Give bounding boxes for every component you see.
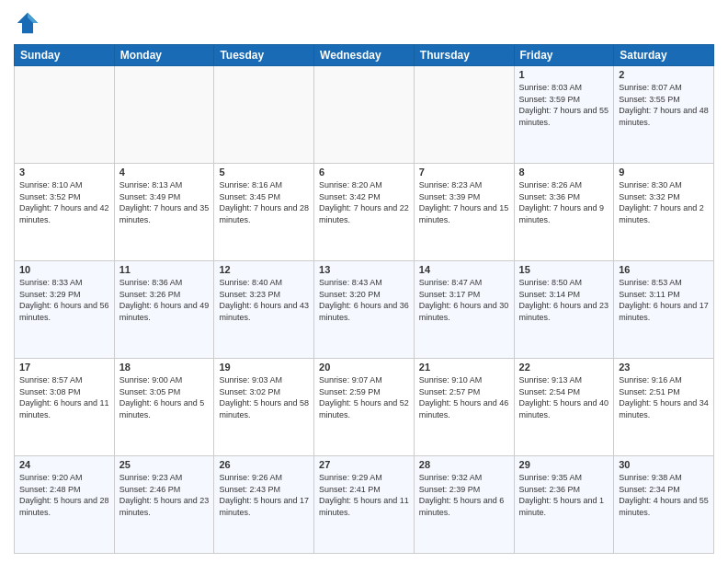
calendar-cell-22: 22Sunrise: 9:13 AMSunset: 2:54 PMDayligh… [514,359,614,456]
calendar-cell-11: 11Sunrise: 8:36 AMSunset: 3:26 PMDayligh… [114,261,214,359]
day-info: Sunrise: 8:13 AMSunset: 3:49 PMDaylight:… [119,179,210,225]
calendar-week-5: 24Sunrise: 9:20 AMSunset: 2:48 PMDayligh… [15,456,714,554]
page: SundayMondayTuesdayWednesdayThursdayFrid… [0,0,728,563]
day-number: 9 [619,167,709,178]
day-info: Sunrise: 9:26 AMSunset: 2:43 PMDaylight:… [219,472,309,518]
calendar-cell-9: 9Sunrise: 8:30 AMSunset: 3:32 PMDaylight… [614,164,714,261]
day-info: Sunrise: 9:23 AMSunset: 2:46 PMDaylight:… [119,472,210,518]
day-header-sunday: Sunday [15,45,115,66]
day-number: 24 [19,459,109,470]
calendar-cell-20: 20Sunrise: 9:07 AMSunset: 2:59 PMDayligh… [314,359,415,456]
day-number: 26 [219,459,309,470]
day-info: Sunrise: 8:03 AMSunset: 3:59 PMDaylight:… [519,82,609,128]
calendar-cell-27: 27Sunrise: 9:29 AMSunset: 2:41 PMDayligh… [314,456,415,554]
logo [14,9,45,37]
calendar-cell-1: 1Sunrise: 8:03 AMSunset: 3:59 PMDaylight… [514,66,614,164]
day-info: Sunrise: 9:20 AMSunset: 2:48 PMDaylight:… [19,472,109,518]
calendar-cell-4: 4Sunrise: 8:13 AMSunset: 3:49 PMDaylight… [114,164,214,261]
calendar-cell-19: 19Sunrise: 9:03 AMSunset: 3:02 PMDayligh… [214,359,314,456]
day-number: 23 [619,362,709,373]
day-header-saturday: Saturday [614,45,714,66]
calendar-cell-28: 28Sunrise: 9:32 AMSunset: 2:39 PMDayligh… [414,456,514,554]
calendar-week-3: 10Sunrise: 8:33 AMSunset: 3:29 PMDayligh… [15,261,714,359]
calendar-week-4: 17Sunrise: 8:57 AMSunset: 3:08 PMDayligh… [15,359,714,456]
day-number: 1 [519,69,609,80]
day-info: Sunrise: 8:40 AMSunset: 3:23 PMDaylight:… [219,277,309,323]
calendar-cell-6: 6Sunrise: 8:20 AMSunset: 3:42 PMDaylight… [314,164,415,261]
day-info: Sunrise: 9:35 AMSunset: 2:36 PMDaylight:… [519,472,609,518]
calendar-cell-16: 16Sunrise: 8:53 AMSunset: 3:11 PMDayligh… [614,261,714,359]
day-number: 29 [519,459,609,470]
day-info: Sunrise: 9:32 AMSunset: 2:39 PMDaylight:… [419,472,509,518]
day-number: 30 [619,459,709,470]
calendar-week-1: 1Sunrise: 8:03 AMSunset: 3:59 PMDaylight… [15,66,714,164]
day-info: Sunrise: 8:57 AMSunset: 3:08 PMDaylight:… [19,374,109,420]
calendar-cell-17: 17Sunrise: 8:57 AMSunset: 3:08 PMDayligh… [15,359,115,456]
day-info: Sunrise: 8:50 AMSunset: 3:14 PMDaylight:… [519,277,609,323]
calendar-cell-15: 15Sunrise: 8:50 AMSunset: 3:14 PMDayligh… [514,261,614,359]
calendar-header-row: SundayMondayTuesdayWednesdayThursdayFrid… [15,45,714,66]
day-info: Sunrise: 8:07 AMSunset: 3:55 PMDaylight:… [619,82,709,128]
calendar-week-2: 3Sunrise: 8:10 AMSunset: 3:52 PMDaylight… [15,164,714,261]
calendar-cell-3: 3Sunrise: 8:10 AMSunset: 3:52 PMDaylight… [15,164,115,261]
day-header-wednesday: Wednesday [314,45,415,66]
calendar-cell-12: 12Sunrise: 8:40 AMSunset: 3:23 PMDayligh… [214,261,314,359]
day-number: 7 [419,167,509,178]
calendar-cell-5: 5Sunrise: 8:16 AMSunset: 3:45 PMDaylight… [214,164,314,261]
day-number: 27 [319,459,409,470]
day-info: Sunrise: 9:38 AMSunset: 2:34 PMDaylight:… [619,472,709,518]
calendar-cell-10: 10Sunrise: 8:33 AMSunset: 3:29 PMDayligh… [15,261,115,359]
calendar-cell-13: 13Sunrise: 8:43 AMSunset: 3:20 PMDayligh… [314,261,415,359]
day-info: Sunrise: 9:00 AMSunset: 3:05 PMDaylight:… [119,374,210,420]
day-number: 5 [219,167,309,178]
calendar-cell-empty [314,66,415,164]
day-number: 13 [319,264,409,275]
day-number: 3 [19,167,109,178]
day-number: 20 [319,362,409,373]
day-number: 25 [119,459,210,470]
day-info: Sunrise: 8:26 AMSunset: 3:36 PMDaylight:… [519,179,609,225]
day-number: 10 [19,264,109,275]
calendar-table: SundayMondayTuesdayWednesdayThursdayFrid… [14,44,714,554]
calendar-cell-25: 25Sunrise: 9:23 AMSunset: 2:46 PMDayligh… [114,456,214,554]
day-info: Sunrise: 9:29 AMSunset: 2:41 PMDaylight:… [319,472,409,518]
calendar-cell-26: 26Sunrise: 9:26 AMSunset: 2:43 PMDayligh… [214,456,314,554]
day-info: Sunrise: 8:30 AMSunset: 3:32 PMDaylight:… [619,179,709,225]
calendar-cell-14: 14Sunrise: 8:47 AMSunset: 3:17 PMDayligh… [414,261,514,359]
day-number: 12 [219,264,309,275]
day-info: Sunrise: 9:16 AMSunset: 2:51 PMDaylight:… [619,374,709,420]
day-number: 28 [419,459,509,470]
day-info: Sunrise: 8:33 AMSunset: 3:29 PMDaylight:… [19,277,109,323]
day-info: Sunrise: 8:43 AMSunset: 3:20 PMDaylight:… [319,277,409,323]
header [14,9,714,37]
day-number: 14 [419,264,509,275]
day-number: 16 [619,264,709,275]
day-header-monday: Monday [114,45,214,66]
calendar-cell-23: 23Sunrise: 9:16 AMSunset: 2:51 PMDayligh… [614,359,714,456]
day-number: 18 [119,362,210,373]
day-number: 11 [119,264,210,275]
day-info: Sunrise: 8:10 AMSunset: 3:52 PMDaylight:… [19,179,109,225]
day-info: Sunrise: 8:20 AMSunset: 3:42 PMDaylight:… [319,179,409,225]
calendar-cell-24: 24Sunrise: 9:20 AMSunset: 2:48 PMDayligh… [15,456,115,554]
day-number: 4 [119,167,210,178]
calendar-cell-empty [414,66,514,164]
day-number: 15 [519,264,609,275]
day-info: Sunrise: 9:07 AMSunset: 2:59 PMDaylight:… [319,374,409,420]
calendar-cell-empty [214,66,314,164]
day-number: 6 [319,167,409,178]
calendar-cell-30: 30Sunrise: 9:38 AMSunset: 2:34 PMDayligh… [614,456,714,554]
day-info: Sunrise: 8:36 AMSunset: 3:26 PMDaylight:… [119,277,210,323]
day-info: Sunrise: 8:53 AMSunset: 3:11 PMDaylight:… [619,277,709,323]
day-number: 8 [519,167,609,178]
logo-icon [14,9,41,37]
day-number: 22 [519,362,609,373]
calendar-cell-29: 29Sunrise: 9:35 AMSunset: 2:36 PMDayligh… [514,456,614,554]
day-header-tuesday: Tuesday [214,45,314,66]
day-number: 17 [19,362,109,373]
calendar-cell-18: 18Sunrise: 9:00 AMSunset: 3:05 PMDayligh… [114,359,214,456]
day-number: 19 [219,362,309,373]
day-number: 21 [419,362,509,373]
day-number: 2 [619,69,709,80]
day-info: Sunrise: 9:03 AMSunset: 3:02 PMDaylight:… [219,374,309,420]
